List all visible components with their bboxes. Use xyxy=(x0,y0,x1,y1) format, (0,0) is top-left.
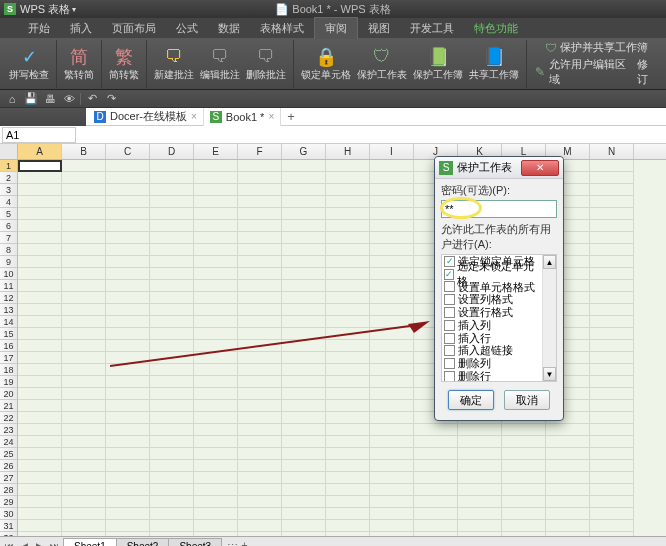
row-header-14[interactable]: 14 xyxy=(0,316,18,328)
cell[interactable] xyxy=(238,520,282,532)
cell[interactable] xyxy=(238,388,282,400)
column-header-I[interactable]: I xyxy=(370,144,414,159)
cell[interactable] xyxy=(106,208,150,220)
password-input[interactable] xyxy=(441,200,557,218)
cell[interactable] xyxy=(106,400,150,412)
cell[interactable] xyxy=(62,532,106,536)
cell[interactable] xyxy=(238,208,282,220)
cell[interactable] xyxy=(414,520,458,532)
cell[interactable] xyxy=(370,208,414,220)
cell[interactable] xyxy=(282,244,326,256)
cell[interactable] xyxy=(590,364,634,376)
cell[interactable] xyxy=(590,196,634,208)
cell[interactable] xyxy=(106,172,150,184)
cell[interactable] xyxy=(62,484,106,496)
cell[interactable] xyxy=(18,460,62,472)
cell[interactable] xyxy=(106,280,150,292)
cell[interactable] xyxy=(194,328,238,340)
allow-edit-button[interactable]: ✎ 允许用户编辑区域 修订 xyxy=(531,56,660,88)
menu-视图[interactable]: 视图 xyxy=(358,18,400,39)
cell[interactable] xyxy=(194,364,238,376)
cell[interactable] xyxy=(414,532,458,536)
cell[interactable] xyxy=(150,364,194,376)
cell[interactable] xyxy=(194,436,238,448)
checkbox-icon[interactable]: ✓ xyxy=(444,256,455,267)
menu-特色功能[interactable]: 特色功能 xyxy=(464,18,528,39)
column-header-F[interactable]: F xyxy=(238,144,282,159)
cell[interactable] xyxy=(590,448,634,460)
cell[interactable] xyxy=(502,424,546,436)
cell[interactable] xyxy=(458,436,502,448)
cell[interactable] xyxy=(106,424,150,436)
cell[interactable] xyxy=(238,184,282,196)
cell[interactable] xyxy=(326,532,370,536)
cell[interactable] xyxy=(502,436,546,448)
cell[interactable] xyxy=(282,184,326,196)
cell[interactable] xyxy=(150,400,194,412)
cell[interactable] xyxy=(282,400,326,412)
undo-icon[interactable]: ↶ xyxy=(84,92,100,106)
cell[interactable] xyxy=(238,256,282,268)
cell[interactable] xyxy=(150,424,194,436)
cell[interactable] xyxy=(282,520,326,532)
cell[interactable] xyxy=(18,436,62,448)
cell[interactable] xyxy=(150,244,194,256)
name-box[interactable]: A1 xyxy=(2,127,76,143)
cell[interactable] xyxy=(590,280,634,292)
cell[interactable] xyxy=(62,172,106,184)
cell[interactable] xyxy=(150,304,194,316)
cell[interactable] xyxy=(370,460,414,472)
cell[interactable] xyxy=(458,484,502,496)
cell[interactable] xyxy=(150,160,194,172)
cell[interactable] xyxy=(326,328,370,340)
cell[interactable] xyxy=(238,232,282,244)
cell[interactable] xyxy=(370,520,414,532)
cell[interactable] xyxy=(370,496,414,508)
spellcheck-button[interactable]: ✓ 拼写检查 xyxy=(6,45,52,83)
close-tab-icon[interactable]: × xyxy=(268,111,274,122)
cell[interactable] xyxy=(106,340,150,352)
cell[interactable] xyxy=(590,460,634,472)
cell[interactable] xyxy=(370,316,414,328)
row-header-4[interactable]: 4 xyxy=(0,196,18,208)
cell[interactable] xyxy=(62,232,106,244)
cell[interactable] xyxy=(282,172,326,184)
cell[interactable] xyxy=(326,340,370,352)
cell[interactable] xyxy=(326,280,370,292)
edit-comment-button[interactable]: 🗨 编辑批注 xyxy=(197,45,243,83)
cell[interactable] xyxy=(62,328,106,340)
cell[interactable] xyxy=(238,508,282,520)
cell[interactable] xyxy=(62,496,106,508)
cell[interactable] xyxy=(106,304,150,316)
cell[interactable] xyxy=(326,496,370,508)
cell[interactable] xyxy=(62,268,106,280)
cell[interactable] xyxy=(18,304,62,316)
column-header-B[interactable]: B xyxy=(62,144,106,159)
cell[interactable] xyxy=(194,532,238,536)
cell[interactable] xyxy=(282,364,326,376)
cell[interactable] xyxy=(62,244,106,256)
cell[interactable] xyxy=(326,484,370,496)
cell[interactable] xyxy=(326,508,370,520)
cell[interactable] xyxy=(150,388,194,400)
cell[interactable] xyxy=(326,352,370,364)
cell[interactable] xyxy=(370,340,414,352)
cell[interactable] xyxy=(326,268,370,280)
cell[interactable] xyxy=(18,196,62,208)
new-tab-button[interactable]: + xyxy=(281,109,301,124)
sheet-prev-icon[interactable]: ◀ xyxy=(17,539,31,547)
row-header-15[interactable]: 15 xyxy=(0,328,18,340)
cell[interactable] xyxy=(590,292,634,304)
column-header-A[interactable]: A xyxy=(18,144,62,159)
row-header-31[interactable]: 31 xyxy=(0,520,18,532)
cell[interactable] xyxy=(18,244,62,256)
cell[interactable] xyxy=(194,220,238,232)
cell[interactable] xyxy=(238,172,282,184)
row-header-28[interactable]: 28 xyxy=(0,484,18,496)
cell[interactable] xyxy=(238,292,282,304)
row-header-21[interactable]: 21 xyxy=(0,400,18,412)
cell[interactable] xyxy=(106,220,150,232)
menu-审阅[interactable]: 审阅 xyxy=(314,17,358,39)
cell[interactable] xyxy=(370,508,414,520)
checkbox-icon[interactable] xyxy=(444,294,455,305)
